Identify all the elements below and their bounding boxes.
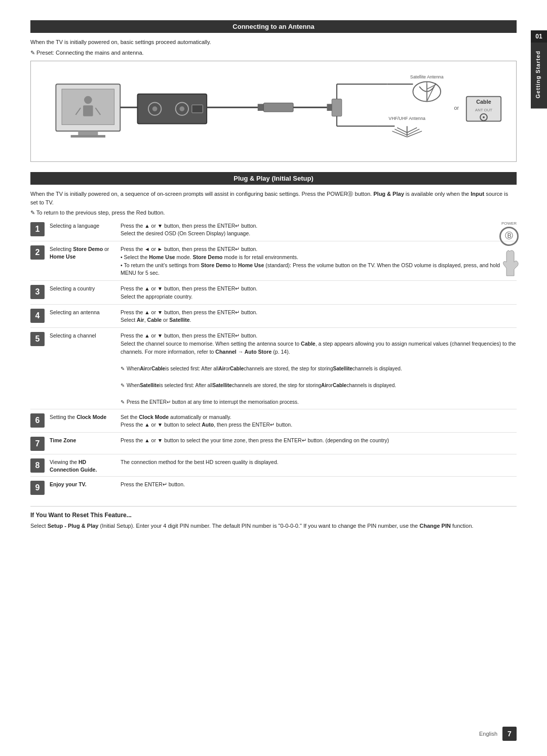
- step-5-desc: Press the ▲ or ▼ button, then press the …: [121, 331, 517, 406]
- power-hand-figure: POWER Ⓑ: [496, 221, 522, 279]
- footer-page-number: 7: [502, 727, 517, 741]
- step-9-label: Enjoy your TV.: [50, 480, 121, 488]
- step-5-number: 5: [30, 332, 45, 346]
- svg-point-41: [483, 116, 485, 118]
- step-6-row: 6 Setting the Clock Mode Set the Clock M…: [30, 412, 517, 433]
- step-1-row: 1 Selecting a language Press the ▲ or ▼ …: [30, 221, 517, 242]
- svg-point-11: [152, 106, 158, 111]
- power-button-icon: Ⓑ: [499, 227, 519, 246]
- step-4-desc: Press the ▲ or ▼ button, then press the …: [121, 308, 517, 325]
- step-6-number: 6: [30, 413, 45, 428]
- svg-line-33: [407, 128, 417, 133]
- step-9-row: 9 Enjoy your TV. Press the ENTER↵ button…: [30, 480, 517, 498]
- step-3-desc: Press the ▲ or ▼ button, then press the …: [121, 284, 517, 301]
- reset-title: If You Want to Reset This Feature...: [30, 512, 517, 519]
- note-pencil-icon2: ✎: [30, 209, 36, 216]
- step-1-desc: Press the ▲ or ▼ button, then press the …: [121, 221, 517, 238]
- section-plug-play: Plug & Play (Initial Setup) When the TV …: [30, 172, 517, 531]
- step-2-row: 2 Selecting Store Demo or Home Use Press…: [30, 244, 517, 281]
- step-8-label: Viewing the HD Connection Guide.: [50, 457, 121, 473]
- reset-text: Select Setup - Plug & Play (Initial Setu…: [30, 522, 517, 531]
- step-1-label: Selecting a language: [50, 221, 121, 230]
- step-2-label: Selecting Store Demo or Home Use: [50, 244, 121, 260]
- section-plug-play-header: Plug & Play (Initial Setup): [30, 172, 517, 185]
- step-3-number: 3: [30, 285, 45, 299]
- step-9-desc: Press the ENTER↵ button.: [121, 480, 517, 489]
- svg-line-28: [427, 83, 436, 101]
- step-4-label: Selecting an antenna: [50, 308, 121, 316]
- step-5-label: Selecting a channel: [50, 331, 121, 340]
- step-5-row: 5 Selecting a channel Press the ▲ or ▼ b…: [30, 331, 517, 409]
- power-label: POWER: [501, 221, 517, 226]
- or-text-diagram: or: [454, 105, 459, 111]
- note-pencil-icon: ✎: [30, 50, 36, 56]
- svg-rect-17: [263, 103, 293, 112]
- svg-point-4: [84, 96, 92, 104]
- step-7-number: 7: [30, 437, 45, 451]
- antenna-note: ✎ Preset: Connecting the mains and anten…: [30, 49, 517, 57]
- satellite-label: Satellite Antenna: [410, 74, 444, 79]
- page-footer: English 7: [0, 727, 547, 741]
- step-9-number: 9: [30, 481, 45, 495]
- steps-container: POWER Ⓑ 1 Selecting a language Press the…: [30, 221, 517, 498]
- hand-icon: [496, 248, 522, 279]
- reset-section: If You Want to Reset This Feature... Sel…: [30, 506, 517, 531]
- step-7-label: Time Zone: [50, 436, 121, 444]
- step-8-row: 8 Viewing the HD Connection Guide. The c…: [30, 457, 517, 477]
- antenna-svg: Satellite Antenna VHF/UHF Antenna: [41, 69, 506, 153]
- svg-rect-20: [332, 99, 342, 116]
- step-6-desc: Set the Clock Mode automatically or manu…: [121, 412, 517, 430]
- antenna-diagram: Satellite Antenna VHF/UHF Antenna: [30, 61, 517, 162]
- ant-out-label-diagram: ANT OUT: [475, 108, 492, 112]
- svg-rect-3: [71, 135, 105, 138]
- section-antenna-header: Connecting to an Antenna: [30, 20, 517, 33]
- svg-rect-14: [192, 105, 203, 113]
- svg-rect-16: [258, 104, 264, 111]
- step-4-number: 4: [30, 309, 45, 323]
- footer-language: English: [479, 731, 497, 737]
- step-7-row: 7 Time Zone Press the ▲ or ▼ button to s…: [30, 436, 517, 454]
- svg-rect-5: [83, 105, 93, 116]
- plug-play-intro: When the TV is initially powered on, a s…: [30, 190, 517, 206]
- step-5-note1: When Air or Cable is selected first: Aft…: [121, 365, 517, 372]
- section-antenna: Connecting to an Antenna When the TV is …: [30, 20, 517, 162]
- step-8-number: 8: [30, 458, 45, 473]
- cable-label-diagram: Cable: [476, 99, 491, 105]
- step-2-desc: Press the ◄ or ► button, then press the …: [121, 244, 517, 277]
- step-7-desc: Press the ▲ or ▼ button to select the yo…: [121, 436, 517, 445]
- svg-line-32: [397, 128, 407, 133]
- plug-play-note: ✎ To return to the previous step, press …: [30, 208, 517, 217]
- step-5-note2: When Satellite is selected first: After …: [121, 382, 517, 389]
- step-3-label: Selecting a country: [50, 284, 121, 292]
- step-1-number: 1: [30, 222, 45, 236]
- step-5-note3: Press the ENTER↵ button at any time to i…: [121, 398, 517, 406]
- vhf-label: VHF/UHF Antenna: [388, 116, 425, 121]
- antenna-intro: When the TV is initially powered on, bas…: [30, 38, 517, 47]
- step-8-desc: The connection method for the best HD sc…: [121, 457, 517, 467]
- step-2-number: 2: [30, 245, 45, 260]
- step-6-label: Setting the Clock Mode: [50, 412, 121, 421]
- step-4-row: 4 Selecting an antenna Press the ▲ or ▼ …: [30, 308, 517, 328]
- svg-point-13: [179, 106, 184, 111]
- step-3-row: 3 Selecting a country Press the ▲ or ▼ b…: [30, 284, 517, 305]
